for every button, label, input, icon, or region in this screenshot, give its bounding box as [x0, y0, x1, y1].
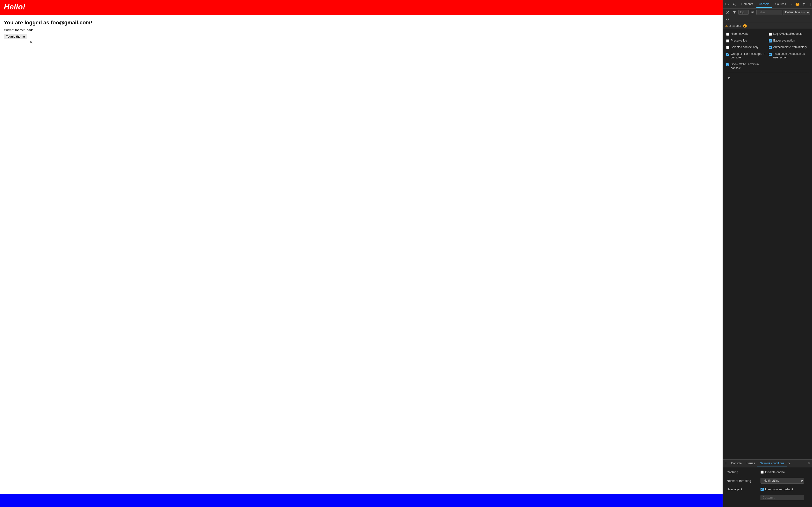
tab-sources[interactable]: Sources — [773, 1, 788, 8]
custom-ua-input[interactable] — [761, 495, 804, 500]
webpage-body: You are logged as foo@gmail.com! Current… — [0, 15, 723, 494]
current-theme-value: dark — [27, 28, 33, 32]
svg-rect-0 — [726, 3, 728, 5]
user-agent-label: User agent — [727, 488, 758, 491]
context-select[interactable]: top — [738, 10, 749, 15]
caching-label: Caching — [727, 470, 758, 474]
svg-line-3 — [735, 5, 736, 6]
caching-row: Caching Disable cache — [727, 470, 808, 474]
setting-preserve-log: Preserve log — [726, 38, 766, 44]
current-theme-line: Current theme: dark — [4, 28, 719, 32]
webpage-footer: footer — [0, 494, 723, 507]
show-cors-label[interactable]: Show CORS errors in console — [731, 62, 766, 70]
drawer-content: Caching Disable cache Network throttling… — [723, 467, 812, 507]
devtools-search-icon[interactable] — [731, 1, 738, 7]
webpage-area: Hello! You are logged as foo@gmail.com! … — [0, 0, 723, 507]
show-cors-checkbox[interactable] — [726, 63, 729, 66]
webpage-header: Hello! — [0, 0, 723, 15]
devtools-panel: Elements Console Sources » 3 ⚙ ⋮ ✕ top 👁… — [723, 0, 812, 507]
throttling-select[interactable]: No throttling Fast 3G Slow 3G Offline — [761, 478, 804, 484]
drawer-tab-console[interactable]: Console — [729, 461, 744, 466]
setting-show-cors: Show CORS errors in console — [726, 62, 766, 71]
footer-text: footer — [357, 499, 366, 502]
setting-hide-network: Hide network — [726, 32, 766, 37]
toggle-theme-button[interactable]: Toggle theme — [4, 34, 27, 39]
cursor-indicator: ↖ — [30, 41, 33, 44]
devtools-subtoolbar: top 👁 Default levels ▾ ⚙ — [723, 9, 812, 23]
page-title: Hello! — [4, 2, 719, 11]
group-similar-checkbox[interactable] — [726, 53, 729, 56]
hide-network-label[interactable]: Hide network — [731, 32, 748, 36]
selected-context-label[interactable]: Selected context only — [731, 45, 758, 49]
disable-cache-checkbox[interactable] — [761, 470, 764, 474]
drawer-close-button[interactable]: ✕ — [807, 461, 811, 466]
user-agent-control: Use browser default — [761, 488, 793, 491]
preserve-log-checkbox[interactable] — [726, 39, 729, 43]
drawer-more-button[interactable]: ⋮ — [724, 462, 728, 465]
autocomplete-checkbox[interactable] — [769, 46, 772, 49]
log-xml-label[interactable]: Log XMLHttpRequests — [773, 32, 803, 36]
clear-console-icon[interactable] — [725, 10, 730, 15]
preserve-log-label[interactable]: Preserve log — [731, 39, 747, 43]
setting-group-similar: Group similar messages in console — [726, 51, 766, 60]
devtools-toolbar: Elements Console Sources » 3 ⚙ ⋮ ✕ — [723, 0, 812, 9]
use-browser-default-checkbox[interactable] — [761, 488, 764, 491]
eye-icon[interactable]: 👁 — [750, 9, 755, 15]
hide-network-checkbox[interactable] — [726, 33, 729, 36]
filter-input[interactable] — [756, 10, 782, 15]
setting-log-xml: Log XMLHttpRequests — [769, 32, 809, 37]
issues-count-badge: 3 — [743, 24, 747, 27]
devtools-device-icon[interactable] — [724, 1, 730, 7]
user-agent-row: User agent Use browser default — [727, 488, 808, 491]
throttling-control: No throttling Fast 3G Slow 3G Offline ▾ — [761, 478, 802, 484]
treat-code-checkbox[interactable] — [769, 53, 772, 56]
selected-context-checkbox[interactable] — [726, 46, 729, 49]
expand-arrow[interactable]: ▶ — [726, 75, 809, 80]
log-xml-checkbox[interactable] — [769, 33, 772, 36]
drawer-tab-issues[interactable]: Issues — [744, 461, 757, 466]
setting-treat-code: Treat code evaluation as user action — [769, 51, 809, 60]
bottom-drawer: ⋮ Console Issues Network conditions ✕ ✕ … — [723, 459, 812, 507]
svg-rect-1 — [728, 4, 729, 5]
settings-cog-icon[interactable]: ⚙ — [725, 16, 730, 22]
logged-in-text: You are logged as foo@gmail.com! — [4, 19, 719, 26]
autocomplete-label[interactable]: Autocomplete from history — [773, 45, 807, 49]
issues-bar: ⚠ 3 Issues: 3 — [723, 23, 812, 29]
drawer-tab-close[interactable]: ✕ — [788, 462, 792, 465]
drawer-tabs: ⋮ Console Issues Network conditions ✕ ✕ — [723, 460, 812, 467]
tab-more[interactable]: » — [789, 2, 794, 7]
disable-cache-label[interactable]: Disable cache — [765, 470, 785, 474]
issues-label: ⚠ — [725, 24, 728, 27]
devtools-settings-icon[interactable]: ⚙ — [801, 1, 807, 7]
treat-code-label[interactable]: Treat code evaluation as user action — [773, 52, 809, 60]
eager-eval-checkbox[interactable] — [769, 39, 772, 43]
tab-elements[interactable]: Elements — [739, 1, 755, 8]
throttling-row: Network throttling No throttling Fast 3G… — [727, 478, 808, 484]
caching-control: Disable cache — [761, 470, 785, 474]
issues-count-text: 3 Issues: — [729, 24, 741, 27]
use-browser-default-label[interactable]: Use browser default — [765, 488, 793, 491]
svg-point-2 — [733, 3, 735, 5]
filter-icon[interactable] — [731, 10, 737, 15]
setting-selected-context: Selected context only — [726, 45, 766, 50]
issues-badge: 3 — [796, 3, 800, 6]
custom-ua-row — [727, 495, 808, 500]
default-levels-select[interactable]: Default levels ▾ — [783, 10, 810, 15]
console-settings: Hide network Log XMLHttpRequests Preserv… — [723, 29, 812, 459]
settings-grid: Hide network Log XMLHttpRequests Preserv… — [726, 32, 809, 71]
setting-autocomplete: Autocomplete from history — [769, 45, 809, 50]
throttling-label: Network throttling — [727, 479, 758, 483]
eager-eval-label[interactable]: Eager evaluation — [773, 39, 795, 43]
devtools-more-icon[interactable]: ⋮ — [808, 1, 812, 7]
current-theme-label: Current theme: — [4, 28, 25, 32]
group-similar-label[interactable]: Group similar messages in console — [731, 52, 766, 60]
setting-eager-eval: Eager evaluation — [769, 38, 809, 44]
drawer-tab-network-conditions[interactable]: Network conditions — [757, 461, 786, 466]
tab-console[interactable]: Console — [756, 1, 772, 8]
